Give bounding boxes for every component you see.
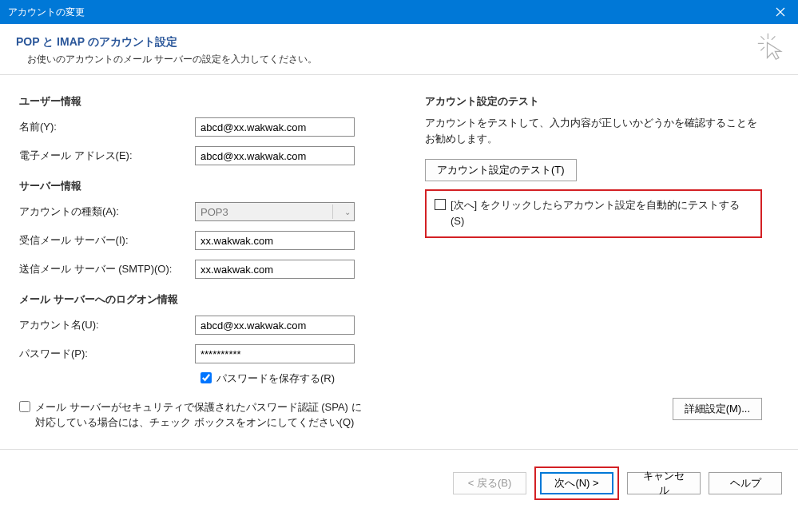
dialog-header: POP と IMAP のアカウント設定 お使いのアカウントのメール サーバーの設… — [0, 24, 798, 75]
remember-password-checkbox[interactable] — [200, 372, 212, 383]
test-title: アカウント設定のテスト — [425, 94, 762, 109]
incoming-input[interactable] — [195, 231, 355, 250]
dialog-heading: POP と IMAP のアカウント設定 — [16, 35, 782, 50]
advanced-settings-button[interactable]: 詳細設定(M)... — [673, 398, 762, 420]
spa-checkbox[interactable] — [19, 401, 30, 412]
server-info-title: サーバー情報 — [19, 179, 411, 193]
chevron-down-icon: ⌄ — [344, 208, 351, 216]
incoming-row: 受信メール サーバー(I): — [19, 228, 411, 252]
outgoing-row: 送信メール サーバー (SMTP)(O): — [19, 257, 411, 281]
password-label: パスワード(P): — [19, 347, 195, 361]
help-button[interactable]: ヘルプ — [709, 472, 782, 494]
incoming-label: 受信メール サーバー(I): — [19, 233, 195, 248]
left-column: ユーザー情報 名前(Y): 電子メール アドレス(E): サーバー情報 アカウン… — [19, 94, 411, 449]
titlebar: アカウントの変更 — [0, 0, 798, 24]
test-description: アカウントをテストして、入力内容が正しいかどうかを確認することをお勧めします。 — [425, 115, 762, 146]
outgoing-label: 送信メール サーバー (SMTP)(O): — [19, 262, 195, 276]
account-type-value: POP3 — [200, 206, 228, 218]
dialog-content: ユーザー情報 名前(Y): 電子メール アドレス(E): サーバー情報 アカウン… — [0, 75, 798, 449]
account-name-label: アカウント名(U): — [19, 318, 195, 332]
email-input[interactable] — [195, 146, 355, 165]
right-column: アカウント設定のテスト アカウントをテストして、入力内容が正しいかどうかを確認す… — [411, 94, 762, 449]
svg-line-4 — [760, 47, 764, 51]
dialog-subheading: お使いのアカウントのメール サーバーの設定を入力してください。 — [16, 53, 782, 66]
next-button-highlight: 次へ(N) > — [534, 466, 619, 500]
name-input[interactable] — [195, 117, 355, 137]
auto-test-row: [次へ] をクリックしたらアカウント設定を自動的にテストする(S) — [435, 197, 752, 228]
spa-row: メール サーバーがセキュリティで保護されたパスワード認証 (SPA) に対応して… — [19, 399, 411, 431]
remember-password-row: パスワードを保存する(R) — [125, 371, 411, 387]
cancel-button[interactable]: キャンセル — [627, 472, 701, 494]
email-row: 電子メール アドレス(E): — [19, 144, 411, 168]
email-label: 電子メール アドレス(E): — [19, 149, 195, 163]
password-input[interactable] — [195, 344, 355, 363]
user-info-title: ユーザー情報 — [19, 94, 411, 109]
auto-test-checkbox[interactable] — [435, 199, 446, 210]
back-button: < 戻る(B) — [453, 472, 526, 494]
account-name-input[interactable] — [195, 316, 355, 335]
next-button[interactable]: 次へ(N) > — [540, 472, 613, 494]
window-title: アカウントの変更 — [8, 6, 762, 19]
account-type-select: POP3 ⌄ — [195, 202, 355, 221]
name-label: 名前(Y): — [19, 120, 195, 134]
auto-test-label: [次へ] をクリックしたらアカウント設定を自動的にテストする(S) — [451, 197, 752, 228]
test-account-button[interactable]: アカウント設定のテスト(T) — [425, 159, 577, 181]
logon-info-title: メール サーバーへのログオン情報 — [19, 292, 411, 307]
svg-line-3 — [772, 36, 776, 40]
auto-test-highlight: [次へ] をクリックしたらアカウント設定を自動的にテストする(S) — [425, 189, 762, 238]
outgoing-input[interactable] — [195, 260, 355, 279]
svg-line-2 — [760, 36, 764, 40]
name-row: 名前(Y): — [19, 115, 411, 139]
advanced-row: 詳細設定(M)... — [425, 398, 762, 420]
close-button[interactable] — [762, 0, 798, 24]
password-row: パスワード(P): — [19, 342, 411, 366]
dialog-footer: < 戻る(B) 次へ(N) > キャンセル ヘルプ — [0, 449, 798, 505]
cursor-decoration-icon — [756, 32, 785, 61]
account-type-label: アカウントの種類(A): — [19, 204, 195, 219]
close-icon — [776, 7, 785, 17]
account-name-row: アカウント名(U): — [19, 313, 411, 337]
remember-password-label: パスワードを保存する(R) — [216, 371, 335, 387]
spa-label: メール サーバーがセキュリティで保護されたパスワード認証 (SPA) に対応して… — [35, 399, 371, 431]
account-type-row: アカウントの種類(A): POP3 ⌄ — [19, 200, 411, 224]
